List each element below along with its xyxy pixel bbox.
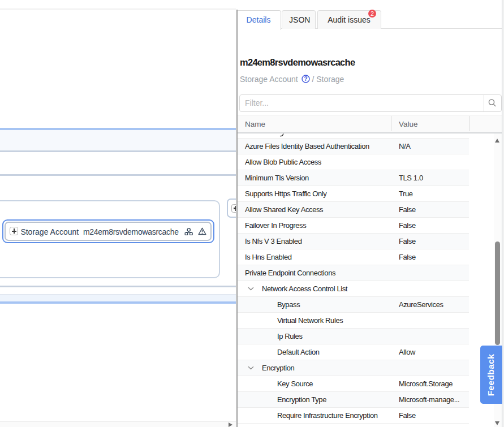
svg-text:?: ? [304,75,307,82]
